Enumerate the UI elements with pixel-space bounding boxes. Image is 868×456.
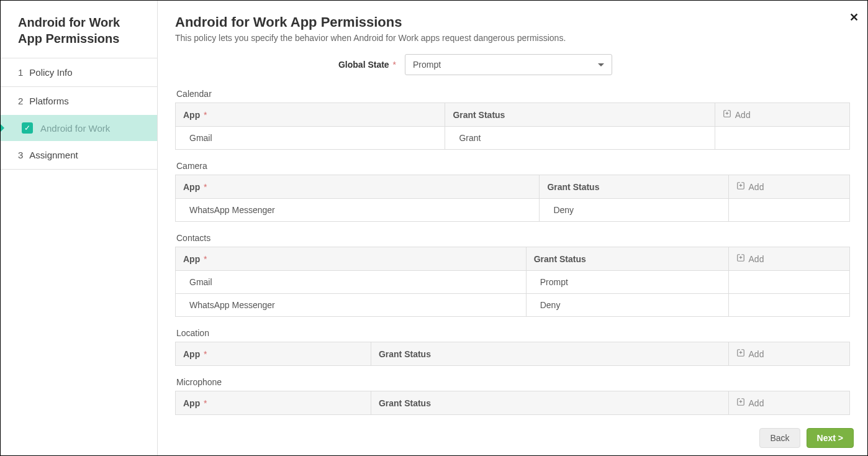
col-header-app: App * (176, 175, 540, 199)
section-title: Contacts (175, 233, 850, 243)
sections-container: CalendarApp *Grant StatusAddGmailGrantCa… (175, 89, 850, 415)
col-header-add: Add (728, 175, 849, 199)
sidebar-title: Android for Work App Permissions (1, 1, 157, 58)
cell-app: WhatsApp Messenger (176, 294, 527, 317)
col-header-app: App * (176, 103, 445, 127)
add-icon (736, 398, 745, 408)
col-header-grant: Grant Status (371, 391, 728, 415)
add-icon (736, 181, 745, 192)
nav-item-num: 2 (18, 96, 23, 106)
global-state-value: Prompt (413, 60, 441, 70)
cell-app: Gmail (176, 127, 445, 150)
nav-item-label: Policy Info (29, 67, 72, 78)
permission-section: LocationApp *Grant StatusAdd (175, 328, 850, 366)
add-icon (736, 349, 745, 359)
col-header-app: App * (176, 342, 371, 366)
table-row[interactable]: WhatsApp MessengerDeny (176, 199, 850, 222)
nav-sub-label: Android for Work (40, 123, 110, 134)
cell-actions (728, 271, 849, 294)
permission-section: CalendarApp *Grant StatusAddGmailGrant (175, 89, 850, 150)
nav-item-label: Platforms (29, 96, 68, 106)
nav-item-num: 3 (18, 150, 23, 160)
col-header-grant: Grant Status (371, 342, 728, 366)
cell-grant: Deny (526, 294, 728, 317)
page-title: Android for Work App Permissions (175, 14, 850, 30)
add-button[interactable]: Add (736, 398, 764, 408)
nav-item-assignment[interactable]: 3 Assignment (1, 141, 157, 170)
permission-table: App *Grant StatusAdd (175, 342, 850, 366)
add-label: Add (749, 182, 764, 192)
col-header-grant: Grant Status (526, 247, 728, 271)
add-button[interactable]: Add (736, 253, 764, 264)
permission-section: ContactsApp *Grant StatusAddGmailPromptW… (175, 233, 850, 317)
permission-section: MicrophoneApp *Grant StatusAdd (175, 377, 850, 415)
nav-sub-android-for-work[interactable]: ✓ Android for Work (1, 115, 157, 141)
cell-app: WhatsApp Messenger (176, 199, 540, 222)
cell-grant: Deny (540, 199, 728, 222)
nav-item-label: Assignment (29, 150, 78, 160)
global-state-select[interactable]: Prompt (405, 54, 612, 75)
table-row[interactable]: GmailPrompt (176, 271, 850, 294)
next-button[interactable]: Next > (807, 428, 854, 448)
col-header-add: Add (728, 342, 849, 366)
col-header-grant: Grant Status (540, 175, 728, 199)
col-header-app: App * (176, 391, 371, 415)
col-header-add: Add (728, 247, 849, 271)
add-label: Add (749, 398, 764, 408)
nav-item-num: 1 (18, 67, 23, 78)
add-label: Add (735, 110, 751, 120)
cell-grant: Prompt (526, 271, 728, 294)
section-title: Camera (175, 161, 850, 171)
cell-grant: Grant (445, 127, 715, 150)
chevron-down-icon (598, 63, 604, 66)
main-content: ✕ Android for Work App Permissions This … (158, 1, 867, 455)
permission-table: App *Grant StatusAddWhatsApp MessengerDe… (175, 175, 850, 222)
col-header-add: Add (715, 103, 849, 127)
add-button[interactable]: Add (723, 109, 751, 120)
back-button[interactable]: Back (759, 428, 800, 448)
sidebar: Android for Work App Permissions 1 Polic… (1, 1, 158, 455)
permission-table: App *Grant StatusAddGmailGrant (175, 103, 850, 150)
add-label: Add (749, 349, 764, 359)
permission-table: App *Grant StatusAdd (175, 391, 850, 415)
add-icon (736, 253, 745, 264)
app-root: Android for Work App Permissions 1 Polic… (0, 0, 868, 456)
table-row[interactable]: GmailGrant (176, 127, 850, 150)
page-description: This policy lets you specify the behavio… (175, 33, 850, 43)
section-title: Calendar (175, 89, 850, 99)
footer-buttons: Back Next > (759, 428, 854, 448)
cell-app: Gmail (176, 271, 527, 294)
cell-actions (728, 199, 849, 222)
global-state-label: Global State * (175, 60, 405, 70)
add-button[interactable]: Add (736, 349, 764, 359)
col-header-app: App * (176, 247, 527, 271)
close-icon[interactable]: ✕ (849, 11, 859, 24)
nav-item-policy-info[interactable]: 1 Policy Info (1, 58, 157, 87)
cell-actions (728, 294, 849, 317)
section-title: Microphone (175, 377, 850, 387)
cell-actions (715, 127, 849, 150)
check-icon: ✓ (22, 122, 33, 134)
nav-item-platforms[interactable]: 2 Platforms (1, 87, 157, 115)
table-row[interactable]: WhatsApp MessengerDeny (176, 294, 850, 317)
global-state-row: Global State * Prompt (175, 54, 850, 75)
section-title: Location (175, 328, 850, 338)
permission-table: App *Grant StatusAddGmailPromptWhatsApp … (175, 247, 850, 317)
col-header-grant: Grant Status (445, 103, 715, 127)
col-header-add: Add (728, 391, 849, 415)
add-label: Add (749, 254, 764, 264)
add-button[interactable]: Add (736, 181, 764, 192)
permission-section: CameraApp *Grant StatusAddWhatsApp Messe… (175, 161, 850, 222)
add-icon (723, 109, 731, 120)
